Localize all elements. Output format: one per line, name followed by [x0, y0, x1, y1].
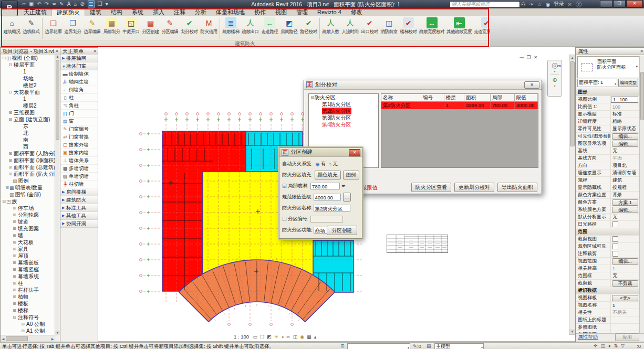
limit-input[interactable]: 4000.00	[314, 194, 341, 200]
redo-icon[interactable]: ↷	[45, 1, 49, 8]
property-row[interactable]: 显示模型 标准	[576, 111, 640, 118]
menu-item[interactable]: ⌐ 倒墙角	[60, 86, 98, 94]
sign-in-icon[interactable]: ◉	[546, 2, 550, 7]
ribbon-button[interactable]: ← 走道路径	[260, 17, 279, 40]
favorites-icon[interactable]: ☆	[537, 2, 542, 7]
tree-item[interactable]: 南	[1, 136, 55, 143]
design-options-icon[interactable]: ▤	[427, 343, 431, 349]
shadows-icon[interactable]: ◑	[281, 334, 284, 340]
worksharing-display-icon[interactable]: ◫	[600, 343, 605, 349]
zone-number-input[interactable]	[310, 216, 343, 223]
tree-item[interactable]: ⊞ 墙	[1, 232, 55, 239]
ribbon-tab[interactable]: 结构	[106, 8, 127, 16]
tianzheng-menu-header[interactable]: 天正菜单 ✕	[60, 48, 98, 55]
menu-item[interactable]: ∏ 门	[60, 110, 98, 118]
tree-item[interactable]: ▤ 图例	[1, 177, 55, 184]
ribbon-button[interactable]: ❒ 边界划分	[63, 17, 82, 40]
pin-icon[interactable]: ♦	[608, 343, 611, 349]
view-close-icon[interactable]: ✕	[532, 55, 539, 60]
tree-item[interactable]: ⊞ 栏杆扶手	[1, 287, 55, 293]
menu-item[interactable]: ▢ 搜索外墙	[60, 141, 98, 149]
tree-item[interactable]: 北	[1, 130, 55, 136]
tree-item[interactable]: 第1防火分区	[309, 101, 378, 108]
tree-item[interactable]: ⊞ 坡道	[1, 218, 55, 225]
menu-item[interactable]: 井 轴网生墙	[60, 78, 98, 86]
properties-help-link[interactable]: 属性帮助	[578, 334, 598, 341]
default-3d-view-icon[interactable]: ⌂	[74, 1, 77, 8]
ribbon-button[interactable]: ⌂ 建筑概况	[2, 17, 22, 40]
ribbon-tab[interactable]: 建筑防火	[51, 8, 85, 16]
tree-item[interactable]: ⊟ 天花板平面	[1, 89, 55, 96]
ribbon-button[interactable]: ◱ 中庭开口	[121, 17, 141, 40]
tree-item[interactable]: ⊞ 分割轮廓	[1, 211, 55, 218]
property-row[interactable]: 截剪裁 不剪裁	[576, 280, 640, 287]
tree-item[interactable]: ⊞ 楼梯	[1, 307, 55, 314]
tree-item[interactable]: ⊞ 三维视图	[1, 109, 55, 116]
sun-path-icon[interactable]: ☀	[274, 334, 278, 340]
tree-item[interactable]: ⊞ 植物	[1, 293, 55, 300]
ribbon-button[interactable]: ◩ 房间路径	[279, 17, 299, 40]
help-icon[interactable]: ?	[576, 2, 581, 7]
tree-item[interactable]: ⊟ 防火分区	[309, 94, 378, 101]
tree-item[interactable]: 1	[1, 68, 55, 75]
menu-item[interactable]: ▶ 标注工具	[60, 204, 98, 212]
ribbon-tab[interactable]: 管理	[292, 8, 313, 16]
steering-wheel-icon[interactable]: ◎2D	[552, 61, 558, 69]
search-input[interactable]: 键入关键字或短语	[450, 1, 520, 8]
property-row[interactable]: 相关性 不相关	[576, 309, 640, 316]
close-icon[interactable]: ✕	[93, 48, 97, 55]
reveal-constraints-icon[interactable]: ⇅	[614, 343, 618, 349]
tree-item[interactable]: ⊞ 幕墙系统	[1, 273, 55, 280]
tag-icon[interactable]: ✎	[59, 1, 64, 8]
property-row[interactable]: 视图范围 编辑...	[576, 258, 640, 265]
menu-item[interactable]: ▶ 建筑防火	[60, 196, 98, 204]
tree-item[interactable]: ⊞ 面积平面 (人防分区面积)	[1, 150, 55, 157]
reveal-hidden-icon[interactable]: ◉	[300, 334, 304, 340]
menu-item[interactable]: ▶ 其他工具	[60, 212, 98, 220]
tree-item[interactable]: ⊞ 天花板	[1, 239, 55, 246]
property-row[interactable]: 颜色方案位置 背景	[576, 192, 640, 199]
section-icon[interactable]: ⊘	[80, 1, 84, 8]
menu-item[interactable]: ⊥ 墙体关系	[60, 157, 98, 165]
property-row[interactable]: 规程 建筑	[576, 177, 640, 184]
property-row[interactable]: 裁剪区域可见	[576, 243, 639, 250]
ribbon-tab[interactable]: 体量和场地	[211, 8, 250, 16]
detail-level-icon[interactable]: ❒	[260, 334, 264, 340]
ribbon-tab[interactable]: 建筑	[85, 8, 106, 16]
ribbon-tab[interactable]: 插入	[148, 8, 169, 16]
zone-name-input[interactable]: 第2防火分区	[314, 205, 350, 211]
property-row[interactable]: 标识数据	[576, 287, 640, 294]
qat-customize-icon[interactable]: ▾	[106, 1, 108, 8]
subscription-icon[interactable]: ✑	[529, 2, 533, 7]
close-icon[interactable]: ✕	[640, 48, 643, 55]
ribbon-button[interactable]: ✎ 分区编辑	[160, 17, 180, 40]
property-row[interactable]: 墙连接显示 清理所有墙...	[576, 170, 640, 177]
property-row[interactable]: 相关标高 1	[576, 265, 640, 272]
property-row[interactable]: 日光路径	[576, 221, 639, 228]
edit-type-button[interactable]: 编辑类型	[618, 79, 638, 87]
tree-item[interactable]: ⊞ 幕墙竖梃	[1, 266, 55, 273]
tree-item[interactable]: ⊞ A0 公制	[1, 321, 55, 327]
dialog-button[interactable]: 防火分区查看	[411, 183, 451, 192]
property-row[interactable]: 视图名称 1	[576, 302, 640, 309]
spray-checkbox[interactable]: ☑	[282, 183, 287, 189]
communication-center-icon[interactable]: ⚇	[521, 2, 526, 7]
minimize-button[interactable]: –	[600, 0, 612, 8]
table-row-selected[interactable]: 第2防火分区13369.08780.004000.00	[381, 102, 538, 109]
ribbon-button[interactable]: ❑ 边界轮廓	[44, 17, 63, 40]
ribbon-button[interactable]: ✔ 路径校对	[299, 17, 318, 40]
property-row[interactable]: 可见性/图形替换 编辑...	[576, 133, 640, 140]
properties-scrollbar[interactable]	[639, 56, 644, 333]
exchange-apps-icon[interactable]: ✕	[568, 2, 572, 7]
visual-style-icon[interactable]: ◩	[267, 334, 272, 340]
tree-item[interactable]: 西	[1, 143, 55, 150]
tree-item[interactable]: ⊞ 面积平面 (总建筑面积)	[1, 164, 55, 171]
property-row[interactable]: 图形显示选项 编辑...	[576, 140, 640, 147]
browser-vertical-scrollbar[interactable]: ▲ ▼	[55, 55, 60, 335]
menu-item[interactable]: ✎ 门窗编号	[60, 125, 98, 133]
eyedropper-icon[interactable]: ✒	[341, 183, 346, 189]
properties-header[interactable]: 属性 ✕	[576, 48, 644, 55]
chevron-down-icon[interactable]: ▾	[554, 69, 555, 73]
tree-item[interactable]: ⊞ 面积平面 (防火分区面积)	[1, 171, 55, 177]
aligned-dimension-icon[interactable]: ≍	[52, 1, 56, 8]
